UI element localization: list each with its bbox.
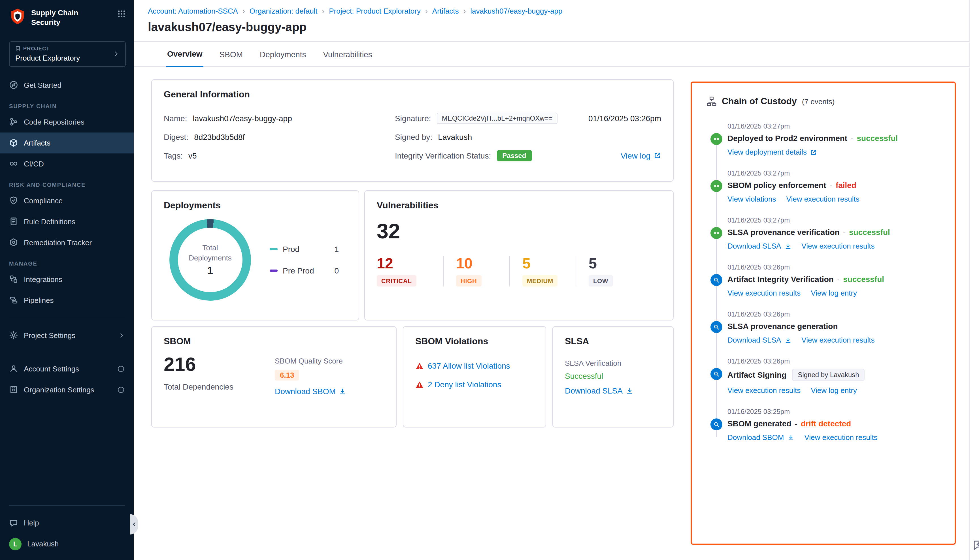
download-sbom-link[interactable]: Download SBOM <box>275 387 346 396</box>
app-title-line2: Security <box>31 18 112 28</box>
sidebar-item-label: Get Started <box>24 81 62 90</box>
signed-by-label: Signed by: <box>395 132 432 141</box>
view-violations-link[interactable]: View violations <box>727 195 776 203</box>
signed-by-value: Lavakush <box>438 132 472 141</box>
card-title: General Information <box>164 90 661 100</box>
project-selector-text: PROJECT Product Exploratory <box>15 46 113 62</box>
general-information-card: General Information Name: lavakush07/eas… <box>151 79 673 182</box>
download-slsa-link[interactable]: Download SLSA <box>565 386 633 395</box>
breadcrumb-account[interactable]: Account: Automation-SSCA <box>148 7 238 15</box>
sidebar-item-account-settings[interactable]: Account Settings <box>0 358 134 379</box>
overview-left-column: General Information Name: lavakush07/eas… <box>151 79 673 560</box>
deny-list-violations-link[interactable]: 2 Deny list Violations <box>428 380 501 389</box>
ai-assistant-icon[interactable] <box>972 538 979 551</box>
sidebar-item-get-started[interactable]: Get Started <box>0 75 134 96</box>
deployments-donut-chart: Total Deployments 1 <box>169 219 251 301</box>
sidebar-item-compliance[interactable]: Compliance <box>0 190 134 211</box>
view-log-link[interactable]: View log <box>621 151 661 160</box>
event-title: SLSA provenance verification <box>727 228 840 237</box>
event-status: successful <box>843 275 884 284</box>
infinity-cicd-icon <box>9 159 18 168</box>
sidebar-user[interactable]: L Lavakush <box>0 533 134 554</box>
card-title: SBOM <box>164 336 384 347</box>
status-separator: - <box>851 133 853 143</box>
tab-overview[interactable]: Overview <box>166 49 204 67</box>
sidebar-item-rule-definitions[interactable]: Rule Definitions <box>0 211 134 232</box>
severity-high: 10 HIGH <box>443 256 496 287</box>
donut-center-label: Total Deployments 1 <box>169 219 251 301</box>
scan-step-icon <box>710 274 722 286</box>
chain-event-sbom-generated: 01/16/2025 03:25pm SBOM generated - drif… <box>710 408 944 442</box>
sidebar-item-organization-settings[interactable]: Organization Settings <box>0 379 134 400</box>
allow-list-violations-label: 637 Allow list Violations <box>428 361 510 370</box>
view-log-entry-link[interactable]: View log entry <box>811 386 857 395</box>
breadcrumb-project[interactable]: Project: Product Exploratory <box>329 7 421 15</box>
link-label: View execution results <box>786 195 859 203</box>
view-execution-results-link[interactable]: View execution results <box>804 433 877 442</box>
low-chip: LOW <box>589 275 613 287</box>
card-title: SBOM Violations <box>415 336 534 347</box>
view-execution-results-link[interactable]: View execution results <box>801 336 874 344</box>
sidebar-item-help[interactable]: Help <box>0 512 134 533</box>
allow-list-violations-link[interactable]: 637 Allow list Violations <box>428 361 510 370</box>
sidebar-item-label: Project Settings <box>24 331 75 340</box>
slsa-verification-status: Successful <box>565 372 661 380</box>
main-area: Account: Automation-SSCA › Organization:… <box>134 0 969 560</box>
breadcrumb-artifacts[interactable]: Artifacts <box>432 7 459 15</box>
view-execution-results-link[interactable]: View execution results <box>786 195 859 203</box>
sidebar-item-integrations[interactable]: Integrations <box>0 269 134 290</box>
sidebar-spacer <box>0 346 134 358</box>
critical-chip: CRITICAL <box>377 275 416 287</box>
project-selector[interactable]: PROJECT Product Exploratory <box>9 41 126 67</box>
sbom-total-block: 216 Total Dependencies <box>164 353 275 396</box>
sidebar-item-pipelines[interactable]: Pipelines <box>0 290 134 311</box>
integrations-icon <box>9 275 18 284</box>
chain-of-custody-title: Chain of Custody <box>722 96 797 107</box>
sidebar-item-project-settings[interactable]: Project Settings <box>0 325 134 346</box>
deployments-body: Total Deployments 1 Prod <box>164 219 347 301</box>
event-links: View execution results View log entry <box>727 386 944 395</box>
harness-shield-logo-icon <box>9 8 26 25</box>
view-execution-results-link[interactable]: View execution results <box>801 242 874 250</box>
info-icon[interactable] <box>117 365 125 373</box>
sidebar-item-code-repositories[interactable]: Code Repositories <box>0 112 134 132</box>
event-timestamp: 01/16/2025 03:26pm <box>727 310 944 318</box>
tab-sbom[interactable]: SBOM <box>219 50 244 66</box>
link-label: View log entry <box>811 289 857 297</box>
chain-event-deployed: 01/16/2025 03:27pm Deployed to Prod2 env… <box>710 122 944 156</box>
view-deployment-details-link[interactable]: View deployment details <box>727 148 817 156</box>
link-label: View deployment details <box>727 148 807 156</box>
breadcrumb-artifact-name[interactable]: lavakush07/easy-buggy-app <box>470 7 562 15</box>
warning-triangle-icon <box>415 362 424 370</box>
download-slsa-link[interactable]: Download SLSA <box>727 336 791 344</box>
view-log-entry-link[interactable]: View log entry <box>811 289 857 297</box>
event-timestamp: 01/16/2025 03:26pm <box>727 263 944 271</box>
gear-icon <box>9 331 18 340</box>
view-execution-results-link[interactable]: View execution results <box>727 289 800 297</box>
download-icon <box>339 388 346 395</box>
sidebar-item-cicd[interactable]: CI/CD <box>0 153 134 174</box>
legend-label: Prod <box>283 245 299 254</box>
sidebar-item-label: Remediation Tracker <box>24 238 92 247</box>
tags-row: Tags: v5 <box>164 149 395 162</box>
tab-vulnerabilities[interactable]: Vulnerabilities <box>322 50 373 66</box>
deployments-legend: Prod 1 Pre Prod 0 <box>270 245 339 275</box>
status-separator: - <box>843 228 845 237</box>
overview-row-3: SBOM 216 Total Dependencies SBOM Quality… <box>151 326 673 428</box>
event-links: Download SBOM View execution results <box>727 433 944 442</box>
event-links: Download SLSA View execution results <box>727 336 944 344</box>
view-execution-results-link[interactable]: View execution results <box>727 386 800 395</box>
link-label: Download SBOM <box>727 433 784 442</box>
info-icon[interactable] <box>117 386 125 393</box>
download-slsa-link[interactable]: Download SLSA <box>727 242 791 250</box>
breadcrumb-organization[interactable]: Organization: default <box>250 7 317 15</box>
general-information-right: Signature: MEQCICde2VjIT...bL+2+mqnOXw==… <box>395 112 661 168</box>
sidebar-item-artifacts[interactable]: Artifacts <box>0 132 134 153</box>
legend-value: 0 <box>334 266 339 275</box>
download-sbom-link[interactable]: Download SBOM <box>727 433 794 442</box>
scan-step-icon <box>710 321 722 333</box>
sidebar-item-remediation-tracker[interactable]: Remediation Tracker <box>0 232 134 253</box>
tab-deployments[interactable]: Deployments <box>259 50 307 66</box>
external-link-icon <box>654 152 661 159</box>
module-switcher-grid-icon[interactable] <box>117 10 126 18</box>
